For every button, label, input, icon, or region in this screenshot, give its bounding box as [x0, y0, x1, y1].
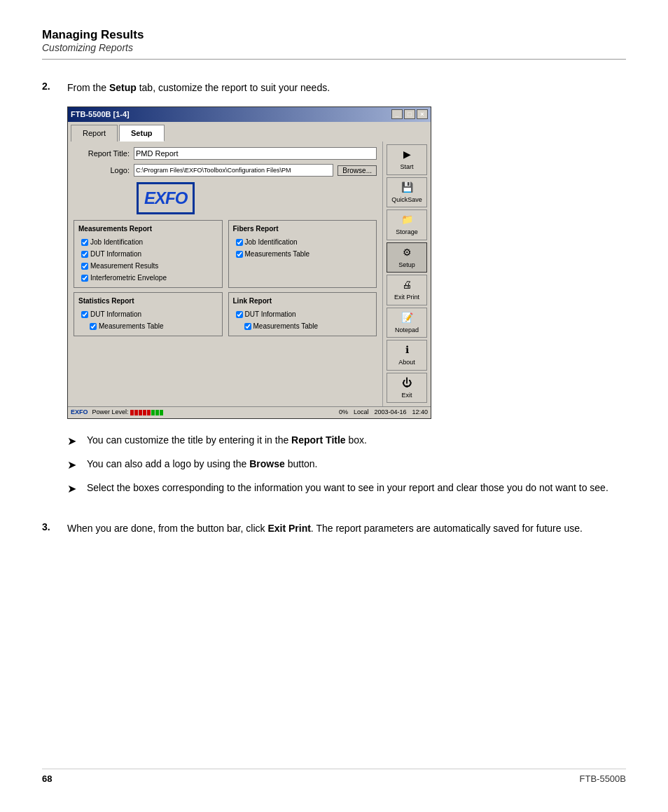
exit-label: Exit — [401, 391, 412, 401]
bullet-item-1: ➤ You can customize the title by enterin… — [67, 433, 626, 450]
step-3-content: When you are done, from the button bar, … — [67, 521, 583, 536]
browse-button[interactable]: Browse... — [338, 165, 377, 176]
app-body: Report Title: Logo: Browse... — [68, 142, 431, 406]
sidebar-setup-button[interactable]: ⚙ Setup — [387, 242, 427, 273]
checkbox-meas-table-link-label: Measurements Table — [253, 321, 319, 331]
step-3: 3. When you are done, from the button ba… — [42, 521, 626, 536]
status-percent: 0% — [339, 408, 348, 418]
checkbox-dut-info-link: DUT Information — [233, 309, 373, 319]
checkbox-dut-info-meas-label: DUT Information — [90, 249, 141, 259]
storage-label: Storage — [396, 228, 418, 238]
bullet-arrow-1: ➤ — [67, 433, 80, 450]
storage-icon: 📁 — [401, 212, 413, 227]
logo-row: Logo: Browse... — [74, 164, 377, 177]
tab-setup[interactable]: Setup — [119, 125, 165, 142]
step-2-bold: Setup — [109, 82, 137, 93]
status-time: 12:40 — [412, 408, 428, 418]
statistics-report-title: Statistics Report — [78, 296, 218, 306]
checkbox-meas-table-link-input[interactable] — [244, 323, 251, 330]
checkbox-job-id-fibers-input[interactable] — [236, 239, 243, 246]
bar-seg-1 — [130, 410, 134, 415]
checkbox-interferometric-input[interactable] — [81, 275, 88, 282]
tab-report[interactable]: Report — [71, 125, 118, 142]
bar-seg-3 — [139, 410, 142, 415]
report-sections-bottom: Statistics Report DUT Information Measur… — [74, 292, 377, 336]
main-content: 2. From the Setup tab, customize the rep… — [42, 81, 626, 536]
link-report-title: Link Report — [233, 296, 373, 306]
sidebar-exitprint-button[interactable]: 🖨 Exit Print — [387, 275, 427, 305]
titlebar-controls: _ □ × — [391, 109, 428, 119]
checkbox-dut-info-meas: DUT Information — [78, 249, 218, 259]
status-date: 2003-04-16 — [374, 408, 406, 418]
sidebar-about-button[interactable]: ℹ About — [387, 340, 427, 371]
sidebar-quicksave-button[interactable]: 💾 QuickSave — [387, 177, 427, 208]
start-label: Start — [400, 163, 413, 172]
bar-seg-6 — [151, 410, 155, 415]
step-2-number: 2. — [42, 81, 56, 504]
sidebar-notepad-button[interactable]: 📝 Notepad — [387, 308, 427, 338]
checkbox-meas-table-stats-label: Measurements Table — [99, 321, 164, 331]
notepad-label: Notepad — [395, 326, 419, 336]
sidebar-start-button[interactable]: ▶ Start — [387, 144, 427, 175]
about-icon: ℹ — [405, 343, 409, 357]
step-2: 2. From the Setup tab, customize the rep… — [42, 81, 626, 504]
screenshot-container: FTB-5500B [1-4] _ □ × Report Setup — [67, 106, 626, 419]
setup-label: Setup — [398, 261, 415, 270]
checkbox-meas-table-fibers-label: Measurements Table — [245, 249, 310, 259]
bar-seg-4 — [143, 410, 146, 415]
bullet-list: ➤ You can customize the title by enterin… — [67, 433, 626, 497]
checkbox-job-id-meas-input[interactable] — [81, 239, 88, 246]
exit-icon: ⏻ — [402, 376, 412, 390]
minimize-button[interactable]: _ — [391, 109, 403, 119]
app-main-panel: Report Title: Logo: Browse... — [68, 142, 383, 406]
exitprint-icon: 🖨 — [402, 277, 412, 292]
bullet-item-3: ➤ Select the boxes corresponding to the … — [67, 481, 626, 497]
spacer — [74, 336, 377, 364]
status-location: Local — [354, 408, 369, 418]
power-bar: Power Level: — [92, 408, 163, 418]
checkbox-dut-info-stats-input[interactable] — [81, 311, 88, 318]
checkbox-meas-results: Measurement Results — [78, 261, 218, 271]
checkbox-dut-info-link-input[interactable] — [236, 311, 243, 318]
bar-seg-2 — [134, 410, 138, 415]
report-title-input[interactable] — [134, 147, 377, 160]
about-label: About — [398, 358, 415, 368]
status-logo: EXFO — [71, 408, 88, 418]
bullet-arrow-3: ➤ — [67, 481, 80, 497]
bar-seg-5 — [147, 410, 151, 415]
bullet-text-2: You can also add a logo by using the Bro… — [87, 457, 626, 474]
checkbox-meas-results-input[interactable] — [81, 263, 88, 270]
step-3-number: 3. — [42, 521, 56, 536]
report-sections-top: Measurements Report Job Identification D… — [74, 220, 377, 288]
page-header: Managing Results Customizing Reports — [42, 28, 626, 60]
checkbox-meas-table-stats-input[interactable] — [90, 323, 97, 330]
checkbox-dut-info-meas-input[interactable] — [81, 251, 88, 258]
close-button[interactable]: × — [417, 109, 428, 119]
notepad-icon: 📝 — [401, 310, 413, 325]
footer-page-number: 68 — [42, 773, 52, 784]
page-subtitle: Customizing Reports — [42, 42, 626, 53]
checkbox-meas-table-fibers: Measurements Table — [233, 249, 373, 259]
checkbox-meas-table-fibers-input[interactable] — [236, 251, 243, 258]
start-icon: ▶ — [403, 147, 411, 162]
logo-path-input[interactable] — [134, 164, 333, 177]
report-title-row: Report Title: — [74, 147, 377, 160]
bar-seg-7 — [155, 410, 159, 415]
measurements-report-section: Measurements Report Job Identification D… — [74, 220, 223, 288]
report-title-label: Report Title: — [74, 148, 130, 160]
checkbox-job-id-meas: Job Identification — [78, 237, 218, 247]
checkbox-job-id-fibers-label: Job Identification — [245, 237, 298, 247]
logo-preview-area: EXFO — [137, 182, 377, 214]
checkbox-job-id-meas-label: Job Identification — [90, 237, 143, 247]
fibers-report-title: Fibers Report — [233, 223, 373, 234]
app-sidebar: ▶ Start 💾 QuickSave 📁 Storage — [383, 142, 431, 406]
link-report-section: Link Report DUT Information Measurements… — [228, 292, 377, 336]
sidebar-exit-button[interactable]: ⏻ Exit — [387, 373, 427, 404]
bullet-item-2: ➤ You can also add a logo by using the B… — [67, 457, 626, 474]
checkbox-meas-results-label: Measurement Results — [90, 261, 158, 271]
checkbox-interferometric-label: Interferometric Envelope — [90, 273, 167, 283]
sidebar-storage-button[interactable]: 📁 Storage — [387, 209, 427, 240]
step-3-text-before: When you are done, from the button bar, … — [67, 523, 267, 534]
maximize-button[interactable]: □ — [404, 109, 415, 119]
exitprint-label: Exit Print — [394, 293, 419, 303]
